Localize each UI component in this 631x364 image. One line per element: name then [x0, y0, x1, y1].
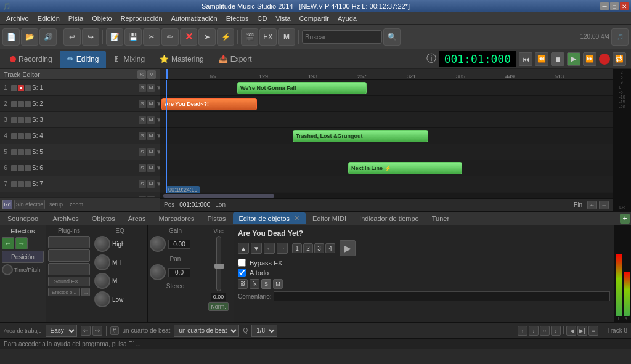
track-m-btn-3[interactable]: M — [147, 116, 155, 124]
track-expand-2[interactable]: ▼ — [156, 100, 160, 107]
track-mute-3[interactable] — [11, 117, 17, 123]
eq-knob-ml[interactable] — [94, 273, 110, 289]
beat-select[interactable]: un cuarto de beat — [174, 325, 239, 337]
tab-marcadores[interactable]: Marcadores — [152, 213, 200, 224]
m-button[interactable]: M — [273, 279, 283, 289]
status-btn-3[interactable]: ↔ — [540, 326, 550, 336]
tab-editor-midi[interactable]: Editor MIDI — [306, 213, 352, 224]
track-expand-7[interactable]: ▼ — [156, 180, 160, 187]
media-button[interactable]: 🎬 — [241, 28, 258, 46]
close-button[interactable]: ✕ — [620, 2, 629, 10]
scroll-thumb[interactable] — [163, 194, 274, 198]
norm-button[interactable]: Norm. — [208, 302, 229, 311]
track-mute-1[interactable] — [11, 85, 17, 91]
nav-prev-button[interactable]: ← — [264, 243, 275, 254]
track-mute-4[interactable] — [11, 133, 17, 139]
track-solo-7[interactable] — [25, 181, 31, 187]
tab-tuner[interactable]: Tuner — [426, 213, 455, 224]
track-m-btn-6[interactable]: M — [147, 164, 155, 172]
tab-mixing[interactable]: 🎚 Mixing — [106, 51, 152, 68]
plugin-slot-1[interactable] — [48, 236, 90, 248]
track-s-btn-5[interactable]: S — [139, 148, 146, 156]
track-arm-5[interactable] — [18, 149, 24, 155]
posicion-button[interactable]: Posición — [2, 251, 44, 263]
tab-mastering[interactable]: ⭐ Mastering — [152, 51, 211, 68]
tracks-grid[interactable]: We're Not Gonna Fall Are You Dead~?! Tra… — [160, 80, 613, 193]
track-s-btn-4[interactable]: S — [139, 132, 146, 140]
sound-fx-button[interactable]: Sound FX ... — [48, 277, 90, 286]
redo-button[interactable]: ↪ — [82, 28, 99, 46]
arrow-tool-button[interactable]: ➤ — [198, 28, 216, 46]
tab-recording[interactable]: Recording — [2, 51, 60, 68]
menu-ayuda[interactable]: Ayuda — [334, 14, 360, 23]
tab-export[interactable]: 📤 Export — [211, 51, 259, 68]
track-expand-3[interactable]: ▼ — [156, 116, 160, 123]
eq-knob-mh[interactable] — [94, 254, 110, 270]
track-arm-6[interactable] — [18, 165, 24, 171]
sin-efectos-button[interactable]: Sin efectos — [14, 200, 45, 209]
track-expand-6[interactable]: ▼ — [156, 164, 160, 171]
nav-down-button[interactable]: ▼ — [251, 243, 262, 254]
tab-close-button[interactable]: ✕ — [294, 214, 299, 222]
track-expand-4[interactable]: ▼ — [156, 132, 160, 139]
volume-fader[interactable] — [216, 236, 221, 291]
comment-input[interactable] — [274, 291, 610, 301]
audio-clip[interactable]: We're Not Gonna Fall — [237, 82, 367, 94]
loop-button[interactable]: 🔁 — [613, 52, 626, 66]
track-arm-1[interactable]: ● — [18, 85, 24, 91]
track-m-btn-1[interactable]: M — [147, 84, 155, 92]
track-solo-3[interactable] — [25, 117, 31, 123]
menu-compartir[interactable]: Compartir — [296, 14, 333, 23]
status-btn-2[interactable]: ↓ — [529, 326, 539, 336]
chain-button[interactable]: ⛓ — [238, 279, 248, 289]
pos-arrow-right[interactable]: → — [599, 201, 609, 209]
track-mute-6[interactable] — [11, 165, 17, 171]
efectos-o-button[interactable]: Efectos o... — [48, 288, 80, 296]
track-mute-2[interactable] — [11, 101, 17, 107]
s-button[interactable]: S — [261, 279, 271, 289]
status-btn-5[interactable]: |◀ — [566, 326, 576, 336]
nav-up-button[interactable]: ▲ — [238, 243, 249, 254]
save-button[interactable]: 💾 — [124, 28, 142, 46]
audio-clip[interactable]: Trashed, Lost &Grungout — [293, 130, 428, 142]
file-open-button[interactable]: 📂 — [21, 28, 38, 46]
tab-editing[interactable]: ✏ Editing — [60, 51, 107, 68]
pos-2-button[interactable]: 2 — [303, 243, 313, 253]
track-arm-7[interactable] — [18, 181, 24, 187]
menu-archivo[interactable]: Archivo — [2, 14, 33, 23]
track-arm-4[interactable] — [18, 133, 24, 139]
volume-fader-thumb[interactable] — [214, 264, 224, 269]
track-s-btn-3[interactable]: S — [139, 116, 146, 124]
cut-button[interactable]: ✂ — [143, 28, 160, 46]
menu-cd[interactable]: CD — [253, 14, 271, 23]
status-btn-1[interactable]: ↑ — [518, 326, 527, 336]
q-select[interactable]: 1/8 — [251, 325, 277, 337]
tab-areas[interactable]: Áreas — [122, 213, 152, 224]
track-sm-btn[interactable]: S — [137, 70, 146, 79]
menu-pista[interactable]: Pista — [65, 14, 87, 23]
pan-knob[interactable] — [150, 264, 166, 280]
snap-btn[interactable]: # — [110, 326, 119, 335]
fx-chain-button[interactable]: fx — [250, 279, 259, 289]
menu-vista[interactable]: Vista — [272, 14, 294, 23]
track-s-btn-1[interactable]: S — [139, 84, 146, 92]
menu-automatizacion[interactable]: Automatización — [168, 14, 221, 23]
pos-4-button[interactable]: 4 — [325, 243, 335, 253]
x-tool-button[interactable]: ✕ — [180, 28, 197, 46]
track-m-btn-4[interactable]: M — [147, 132, 155, 140]
tab-objetos[interactable]: Objetos — [86, 213, 121, 224]
tab-archivos[interactable]: Archivos — [47, 213, 85, 224]
track-solo-2[interactable] — [25, 101, 31, 107]
track-solo-6[interactable] — [25, 165, 31, 171]
track-arm-2[interactable] — [18, 101, 24, 107]
track-s-btn-6[interactable]: S — [139, 164, 146, 172]
track-mute-5[interactable] — [11, 149, 17, 155]
record-button[interactable] — [599, 54, 610, 65]
tab-add-button[interactable]: + — [620, 214, 630, 224]
track-solo-4[interactable] — [25, 133, 31, 139]
tab-soundpool[interactable]: Soundpool — [1, 213, 46, 224]
undo-button[interactable]: ↩ — [63, 28, 81, 46]
new-track-button[interactable]: 📝 — [106, 28, 123, 46]
bypass-fx-checkbox[interactable] — [238, 259, 246, 267]
tab-editor-objetos[interactable]: Editor de objetos ✕ — [233, 212, 306, 224]
